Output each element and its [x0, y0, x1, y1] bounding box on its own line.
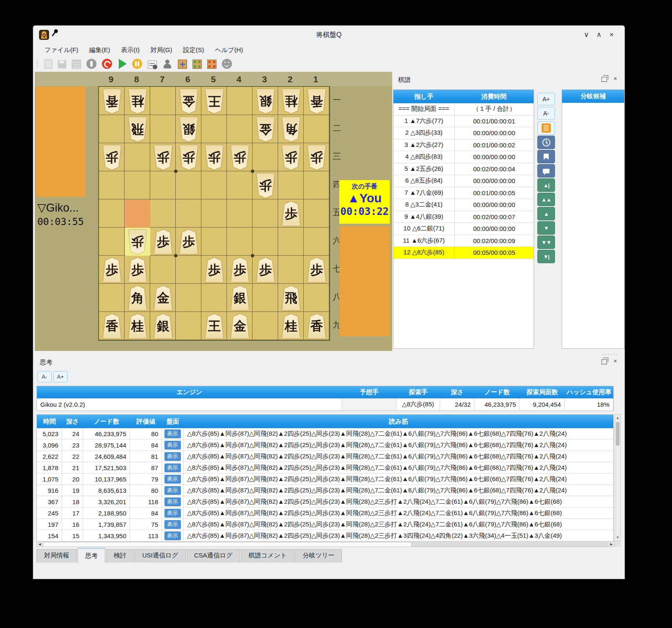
sente-captured-area[interactable]	[339, 226, 390, 336]
tab-2[interactable]: 検討	[106, 549, 134, 563]
kifu-row-9[interactable]: 9 ▲4八銀(39)00:02/00:00:07	[393, 211, 534, 223]
shogi-board[interactable]: 香桂金王銀桂香飛銀金角歩歩歩歩歩歩歩歩歩歩歩歩歩歩歩歩歩歩角金銀飛香桂銀王金桂香	[98, 86, 330, 341]
tab-0[interactable]: 対局情報	[36, 549, 77, 563]
menu-item-2[interactable]: 表示(I)	[116, 45, 145, 55]
new-kifu-icon[interactable]	[44, 59, 52, 69]
kifu-row-2[interactable]: 2 △3四歩(33)00:00/00:00:00	[393, 127, 534, 139]
tab-5[interactable]: 棋譜コメント	[241, 549, 294, 563]
board-enlarge-icon[interactable]	[193, 60, 202, 69]
show-board-button[interactable]: 表示	[164, 520, 181, 529]
engine-face-icon[interactable]	[222, 59, 232, 69]
clock-icon	[542, 139, 550, 147]
kifu-row-12[interactable]: 12 △8六歩(85)00:05/00:00:05	[393, 247, 534, 259]
kifu-row-3[interactable]: 3 ▲2六歩(27)00:01/00:00:02	[393, 139, 534, 152]
go-forward-fast-button[interactable]: ▼▼	[537, 236, 555, 249]
kifu-row-5[interactable]: 5 ▲2五歩(26)00:02/00:00:04	[393, 163, 534, 175]
unshade-icon[interactable]: ∧	[594, 30, 604, 40]
kifu-row-8[interactable]: 8 △3二金(41)00:00/00:00:00	[393, 199, 534, 211]
thinking-float-icon[interactable]	[602, 359, 607, 364]
menu-item-4[interactable]: 設定(S)	[177, 45, 209, 55]
piece-kanji: 香	[306, 314, 327, 338]
go-forward-button[interactable]: ▼	[537, 221, 555, 235]
gote-player-clock: 00:03:55	[37, 216, 84, 227]
show-board-button[interactable]: 表示	[164, 509, 181, 518]
menu-item-1[interactable]: 編集(E)	[84, 45, 116, 55]
show-board-button[interactable]: 表示	[164, 475, 181, 484]
tab-6[interactable]: 分岐ツリー	[295, 549, 342, 563]
kifu-row-7[interactable]: 7 ▲7八金(69)00:01/00:00:05	[393, 187, 534, 199]
show-board-button[interactable]: 表示	[164, 486, 181, 495]
turn-label: 次の手番	[339, 183, 390, 191]
gote-captured-area[interactable]	[36, 86, 86, 197]
show-board-button[interactable]: 表示	[164, 463, 181, 472]
save-kifu-icon[interactable]	[58, 60, 66, 68]
kifu-row-11[interactable]: 11 ▲6六歩(67)00:02/00:00:09	[393, 235, 534, 247]
horizontal-scroll-thumb[interactable]	[43, 542, 412, 547]
kifu-list-button[interactable]	[537, 121, 555, 135]
go-back-button[interactable]: ▲	[537, 207, 555, 220]
pause-icon[interactable]	[132, 59, 142, 69]
show-board-button[interactable]: 表示	[164, 429, 181, 438]
resign-icon[interactable]	[102, 59, 112, 69]
engine-detail-table[interactable]: 時間深さノード数評価値盤面読み筋 5,0232446,233,97580表示△8…	[36, 414, 614, 542]
kifu-table[interactable]: 指し手 消費時間 === 開始局面 ===（１手 / 合計）1 ▲7六歩(77)…	[393, 89, 534, 349]
detail-time-cell: 367	[37, 496, 62, 507]
kifu-list-icon	[542, 123, 551, 133]
go-last-button[interactable]: ▼|	[537, 250, 555, 263]
kifu-row-4[interactable]: 4 △8四歩(83)00:00/00:00:00	[393, 151, 534, 163]
engine-header-6: ハッシュ使用率	[565, 386, 613, 398]
turn-indicator: 次の手番 ▲You 00:03:22	[339, 180, 390, 224]
thinking-font-larger-button[interactable]: A+	[53, 371, 68, 382]
board-reduce-icon[interactable]	[207, 60, 216, 69]
kifu-row-10[interactable]: 10 △6二銀(71)00:00/00:00:00	[393, 223, 534, 235]
menu-item-0[interactable]: ファイル(F)	[39, 45, 84, 55]
go-back-fast-button[interactable]: ▲▲	[537, 193, 555, 206]
shade-icon[interactable]: ∨	[581, 30, 592, 40]
menu-item-3[interactable]: 対局(G)	[145, 45, 178, 55]
engine-header-2: 探索手	[396, 386, 440, 398]
board-pan-icon[interactable]	[178, 60, 187, 69]
scroll-right-icon[interactable]: ▶	[609, 542, 614, 547]
show-board-button[interactable]: 表示	[164, 531, 181, 540]
close-icon[interactable]: ×	[606, 30, 617, 40]
vertical-scroll-thumb[interactable]	[616, 422, 620, 446]
kifu-table-header: 指し手 消費時間	[393, 90, 534, 103]
tab-4[interactable]: CSA通信ログ	[187, 549, 240, 563]
kifu-font-smaller-button[interactable]: A-	[537, 107, 555, 120]
edit-position-icon[interactable]	[72, 60, 81, 69]
title-bar[interactable]: Q 将棋盤Q ∨∧×	[33, 26, 625, 44]
horizontal-scrollbar[interactable]: ◀ ▶	[36, 541, 615, 547]
go-first-button[interactable]: ▲|	[537, 178, 555, 192]
show-board-button[interactable]: 表示	[164, 441, 181, 450]
thinking-close-icon[interactable]: ×	[614, 358, 617, 364]
kifu-row-6[interactable]: 6 △8五歩(84)00:00/00:00:00	[393, 175, 534, 187]
player-info-icon[interactable]	[162, 59, 172, 69]
kifu-row-0[interactable]: === 開始局面 ===（１手 / 合計）	[393, 103, 534, 115]
show-board-button[interactable]: 表示	[164, 452, 181, 461]
scroll-left-icon[interactable]: ◀	[37, 542, 42, 547]
piece-kanji: 香	[102, 314, 122, 338]
kifu-font-larger-button[interactable]: A+	[537, 93, 555, 105]
comment-button[interactable]	[537, 164, 555, 178]
bookmark-button[interactable]	[537, 150, 555, 163]
scroll-up-icon[interactable]: ▲	[615, 416, 620, 420]
tab-3[interactable]: USI通信ログ	[135, 549, 186, 563]
thinking-font-smaller-button[interactable]: A-	[37, 371, 52, 382]
interrupt-icon[interactable]	[86, 59, 96, 69]
start-game-icon[interactable]	[117, 59, 127, 69]
clock-button[interactable]	[537, 136, 555, 149]
splitter-handle[interactable]	[601, 353, 618, 355]
vertical-scrollbar[interactable]: ▲ ▼	[615, 414, 621, 541]
scroll-down-icon[interactable]: ▼	[615, 536, 620, 539]
game-record-clock-icon[interactable]	[148, 60, 157, 69]
kifu-close-icon[interactable]: ×	[614, 76, 617, 81]
detail-time-cell: 1,878	[37, 462, 62, 473]
tab-1[interactable]: 思考	[78, 548, 105, 563]
show-board-button[interactable]: 表示	[164, 497, 181, 506]
kifu-row-1[interactable]: 1 ▲7六歩(77)00:01/00:00:01	[393, 115, 534, 128]
kifu-float-icon[interactable]	[602, 77, 607, 82]
menu-item-5[interactable]: ヘルプ(H)	[209, 45, 248, 55]
file-label-2: 2	[277, 74, 303, 84]
comment-icon	[543, 169, 550, 173]
thinking-panel-title: 思考	[40, 358, 52, 366]
